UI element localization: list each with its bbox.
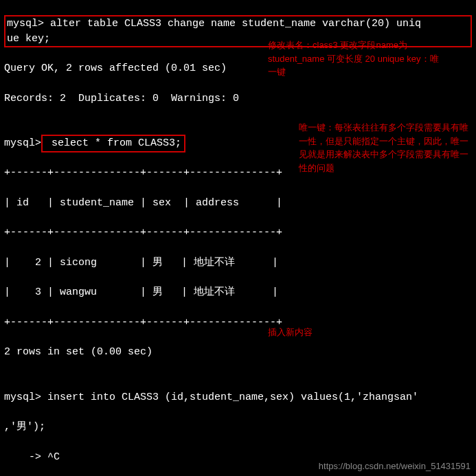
mysql-prompt: mysql>	[4, 137, 41, 149]
mysql-prompt: mysql>	[7, 18, 44, 30]
cmd-text: alter table CLASS3 change name student_n…	[44, 18, 421, 30]
cmd-continuation: ,'男');	[4, 420, 472, 435]
table-border: +------+--------------+------+----------…	[4, 225, 472, 240]
table-header: | id | student_name | sex | address |	[4, 196, 472, 211]
annotation-insert: 插入新内容	[268, 326, 313, 339]
cmd-text: ue key;	[7, 33, 50, 45]
watermark-url: https://blog.csdn.net/weixin_51431591	[319, 460, 471, 473]
table-row: | 3 | wangwu | 男 | 地址不详 |	[4, 285, 472, 300]
annotation-unique-key: 唯一键：每张表往往有多个字段需要具有唯一性，但是只能指定一个主键，因此，唯一见就…	[299, 121, 471, 174]
table-border: +------+--------------+------+----------…	[4, 315, 472, 330]
annotation-alter: 修改表名：class3 更改字段name为student_name 可变长度 2…	[268, 38, 446, 79]
mysql-prompt: mysql>	[4, 392, 41, 403]
cmd-text: select * from CLASS3;	[45, 137, 181, 149]
ctrl-c: ^C	[41, 451, 60, 463]
cont-prompt: ->	[4, 451, 41, 463]
result-line: 2 rows in set (0.00 sec)	[4, 345, 472, 360]
insert-cmd-cancelled: mysql> insert into CLASS3 (id,student_na…	[4, 390, 472, 405]
table-row: | 2 | sicong | 男 | 地址不详 |	[4, 256, 472, 271]
result-line: Records: 2 Duplicates: 0 Warnings: 0	[4, 91, 472, 106]
cmd-text: insert into CLASS3 (id,student_name,sex)…	[41, 392, 418, 403]
